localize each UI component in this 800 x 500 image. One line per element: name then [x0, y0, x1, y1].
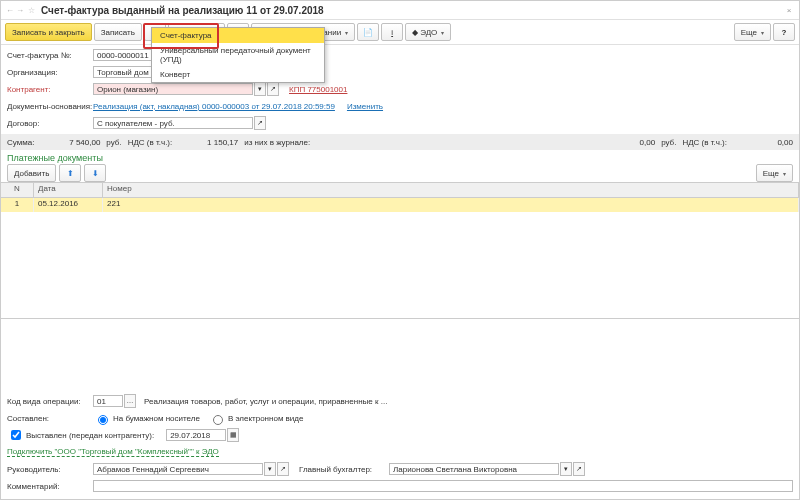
issued-check[interactable]: Выставлен (передан контрагенту):: [7, 427, 154, 443]
contract-open-icon[interactable]: ↗: [254, 116, 266, 130]
save-close-button[interactable]: Записать и закрыть: [5, 23, 92, 41]
acc-select-icon[interactable]: ▾: [560, 462, 572, 476]
grid-header: N Дата Номер: [1, 183, 799, 198]
menu-invoice[interactable]: Счет-фактура: [152, 28, 324, 43]
app-window: ← → ☆ Счет-фактура выданный на реализаци…: [0, 0, 800, 500]
code-desc: Реализация товаров, работ, услуг и опера…: [144, 397, 387, 406]
form-area: Счет-фактура №: 0000-0000011 от: Организ…: [1, 45, 799, 134]
vat-inc-label: НДС (в т.ч.):: [128, 138, 173, 147]
acc-input[interactable]: Ларионова Светлана Викторовна: [389, 463, 559, 475]
cell-num: 221: [103, 198, 799, 212]
edo-button[interactable]: ◆ ЭДО: [405, 23, 451, 41]
favorite-star-icon[interactable]: ☆: [25, 6, 37, 15]
sub-toolbar: Добавить ⬆ ⬇ Еще: [1, 164, 799, 182]
mgr-open-icon[interactable]: ↗: [277, 462, 289, 476]
j1-value: 0,00: [595, 138, 655, 147]
sum-value: 7 540,00: [40, 138, 100, 147]
sub-more-button[interactable]: Еще: [756, 164, 793, 182]
move-up-button[interactable]: ⬆: [59, 164, 81, 182]
journal-label: из них в журнале:: [244, 138, 310, 147]
report-button[interactable]: 📄: [357, 23, 379, 41]
add-button[interactable]: Добавить: [7, 164, 56, 182]
code-input[interactable]: 01: [93, 395, 123, 407]
issued-label: Выставлен (передан контрагенту):: [26, 431, 154, 440]
main-toolbar: Записать и закрыть Записать ↻ 🖶 Печать ✉…: [1, 20, 799, 45]
comment-input[interactable]: [93, 480, 793, 492]
table-row[interactable]: 1 05.12.2016 221: [1, 198, 799, 212]
contract-label: Договор:: [7, 119, 93, 128]
vat-value: 1 150,17: [178, 138, 238, 147]
menu-envelope[interactable]: Конверт: [152, 67, 324, 82]
calendar-icon[interactable]: ▦: [227, 428, 239, 442]
change-link[interactable]: Изменить: [347, 102, 383, 111]
basis-label: Документы-основания:: [7, 102, 93, 111]
menu-upd[interactable]: Универсальный передаточный документ (УПД…: [152, 43, 324, 67]
kpp-link[interactable]: КПП 775001001: [289, 85, 347, 94]
col-date[interactable]: Дата: [34, 183, 103, 197]
org-label: Организация:: [7, 68, 93, 77]
invoice-no-label: Счет-фактура №:: [7, 51, 93, 60]
radio-paper[interactable]: На бумажном носителе: [93, 412, 200, 425]
acc-open-icon[interactable]: ↗: [573, 462, 585, 476]
contr-input[interactable]: Орион (магазин): [93, 83, 253, 95]
print-menu: Счет-фактура Универсальный передаточный …: [151, 27, 325, 83]
nav-back-icon[interactable]: ←: [5, 6, 15, 15]
help-button[interactable]: ?: [773, 23, 795, 41]
col-n[interactable]: N: [1, 183, 34, 197]
contract-input[interactable]: С покупателем - руб.: [93, 117, 253, 129]
section-payment-docs: Платежные документы: [1, 150, 799, 164]
close-icon[interactable]: ×: [783, 6, 795, 15]
totals-bar: Сумма: 7 540,00 руб. НДС (в т.ч.): 1 150…: [1, 134, 799, 150]
mgr-label: Руководитель:: [7, 465, 93, 474]
col-num[interactable]: Номер: [103, 183, 799, 197]
save-button[interactable]: Записать: [94, 23, 142, 41]
cell-n: 1: [1, 198, 34, 212]
comment-label: Комментарий:: [7, 482, 93, 491]
j2-value: 0,00: [733, 138, 793, 147]
contr-label: Контрагент:: [7, 85, 93, 94]
comp-label: Составлен:: [7, 414, 93, 423]
vat-inc2: НДС (в т.ч.):: [682, 138, 727, 147]
move-down-button[interactable]: ⬇: [84, 164, 106, 182]
issued-date-input[interactable]: 29.07.2018: [166, 429, 226, 441]
radio-electronic[interactable]: В электронном виде: [208, 412, 304, 425]
connect-edo-link[interactable]: Подключить "ООО "Торговый дом "Комплексн…: [7, 447, 219, 457]
rub1: руб.: [106, 138, 121, 147]
nav-fwd-icon[interactable]: →: [15, 6, 25, 15]
sum-label: Сумма:: [7, 138, 34, 147]
basis-link[interactable]: Реализация (акт, накладная) 0000-000003 …: [93, 102, 335, 111]
mgr-input[interactable]: Абрамов Геннадий Сергеевич: [93, 463, 263, 475]
rub2: руб.: [661, 138, 676, 147]
more-button[interactable]: Еще: [734, 23, 771, 41]
radio-electronic-label: В электронном виде: [228, 414, 304, 423]
contr-open-icon[interactable]: ↗: [267, 82, 279, 96]
radio-paper-label: На бумажном носителе: [113, 414, 200, 423]
mgr-select-icon[interactable]: ▾: [264, 462, 276, 476]
cell-date: 05.12.2016: [34, 198, 103, 212]
contr-select-icon[interactable]: ▾: [254, 82, 266, 96]
bottom-panel: Код вида операции: 01… Реализация товаро…: [1, 389, 799, 499]
acc-label: Главный бухгалтер:: [299, 465, 389, 474]
code-label: Код вида операции:: [7, 397, 93, 406]
info-button[interactable]: i: [381, 23, 403, 41]
titlebar: ← → ☆ Счет-фактура выданный на реализаци…: [1, 1, 799, 20]
page-title: Счет-фактура выданный на реализацию 11 о…: [37, 5, 783, 16]
grid-body[interactable]: 1 05.12.2016 221: [1, 198, 799, 318]
payment-grid: N Дата Номер 1 05.12.2016 221: [1, 182, 799, 319]
code-select-icon[interactable]: …: [124, 394, 136, 408]
edo-label: ЭДО: [420, 28, 437, 37]
